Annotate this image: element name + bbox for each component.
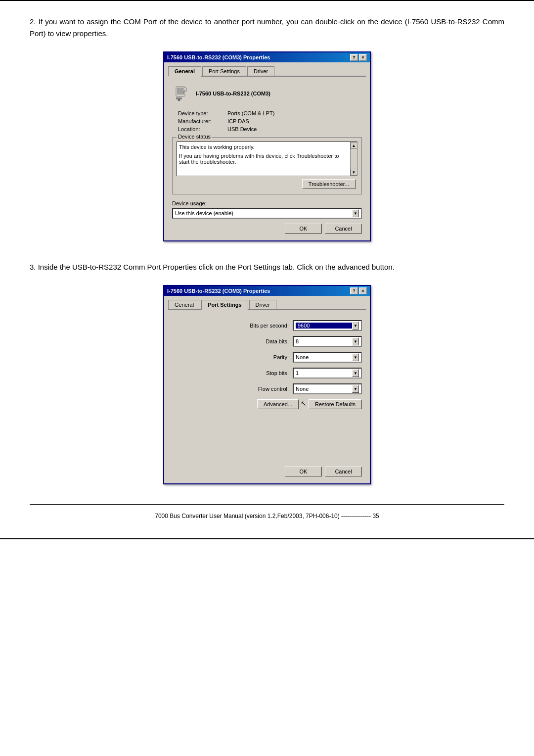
prop-device-type-label: Device type: [178,110,227,116]
stop-bits-dropdown[interactable]: 1 ▼ [293,368,362,378]
advanced-row: Advanced... ↖ Restore Defaults [172,399,362,409]
stop-bits-value: 1 [296,370,352,376]
prop-manufacturer-value: ICP DAS [227,118,249,124]
flow-control-row: Flow control: None ▼ [172,383,362,394]
status-line1: This device is working properly. [179,144,355,150]
dialog2-container: I-7560 USB-to-RS232 (COM3) Properties ? … [30,285,504,484]
status-line2: If you are having problems with this dev… [179,153,355,165]
data-bits-dropdown[interactable]: 8 ▼ [293,336,362,347]
prop-device-type: Device type: Ports (COM & LPT) [168,109,366,117]
bits-per-second-dropdown[interactable]: 9600 ▼ [293,320,362,331]
prop-manufacturer-label: Manufacturer: [178,118,227,124]
troubleshooter-row: Troubleshooter... [175,176,359,192]
restore-defaults-button[interactable]: Restore Defaults [309,399,362,409]
dialog2-title: I-7560 USB-to-RS232 (COM3) Properties [167,288,270,294]
dialog2-titlebar: I-7560 USB-to-RS232 (COM3) Properties ? … [164,286,370,296]
dialog1-body: General Port Settings Driver [164,62,370,240]
dialog1-title: I-7560 USB-to-RS232 (COM3) Properties [167,54,270,60]
bits-per-second-label: Bits per second: [239,323,289,329]
data-bits-value: 8 [296,338,352,344]
stop-bits-row: Stop bits: 1 ▼ [172,368,362,378]
scroll-up-arrow[interactable]: ▲ [351,142,357,149]
bits-per-second-row: Bits per second: 9600 ▼ [172,320,362,331]
dialog1-properties: Device type: Ports (COM & LPT) Manufactu… [168,109,366,133]
dialog2-spacer [168,424,366,464]
prop-location-label: Location: [178,126,227,132]
dialog2-help-button[interactable]: ? [350,287,358,294]
dialog1-container: I-7560 USB-to-RS232 (COM3) Properties ? … [30,51,504,241]
device-icon-svg [174,86,190,101]
stop-bits-arrow[interactable]: ▼ [352,369,359,377]
device-usage-section: Device usage: Use this device (enable) ▼ [168,198,366,221]
dialog1-tab-driver[interactable]: Driver [247,66,274,76]
parity-label: Parity: [239,354,289,360]
device-status-group: Device status This device is working pro… [172,137,362,194]
flow-control-label: Flow control: [239,386,289,392]
dialog2-titlebar-buttons: ? × [350,287,367,294]
flow-control-value: None [296,386,352,392]
parity-value: None [296,354,352,360]
advanced-button[interactable]: Advanced... [257,399,299,409]
bits-per-second-arrow[interactable]: ▼ [352,322,359,330]
dialog1-device-name: I-7560 USB-to-RS232 (COM3) [196,91,270,96]
device-usage-arrow[interactable]: ▼ [352,209,359,217]
troubleshooter-button[interactable]: Troubleshooter... [302,179,356,189]
prop-location: Location: USB Device [168,125,366,133]
page-footer: 7000 Bus Converter User Manual (version … [30,504,504,523]
dialog2-ok-button[interactable]: OK [285,467,322,476]
prop-device-type-value: Ports (COM & LPT) [227,110,274,116]
dialog1-footer: OK Cancel [168,221,366,236]
dialog1-titlebar-buttons: ? × [350,54,367,61]
status-box-wrapper: This device is working properly. If you … [175,142,359,176]
dialog2-tab-driver[interactable]: Driver [249,300,276,309]
bits-per-second-value: 9600 [296,323,352,329]
dialog1-ok-button[interactable]: OK [285,224,322,234]
dialog2-cancel-button[interactable]: Cancel [325,467,362,476]
dialog1-help-button[interactable]: ? [350,54,358,61]
data-bits-label: Data bits: [239,338,289,344]
dialog1-cancel-button[interactable]: Cancel [325,224,362,234]
step-3-text: 3. Inside the USB-to-RS232 Comm Port Pro… [30,261,504,273]
data-bits-arrow[interactable]: ▼ [352,337,359,345]
step-number: 2. [30,17,36,26]
cursor-icon: ↖ [301,399,307,407]
flow-control-dropdown[interactable]: None ▼ [293,383,362,394]
scroll-down-arrow[interactable]: ▼ [351,169,357,176]
dialog1-tab-general[interactable]: General [168,66,201,77]
parity-dropdown[interactable]: None ▼ [293,352,362,363]
svg-rect-2 [176,97,182,99]
dialog1-tab-port-settings[interactable]: Port Settings [202,66,246,76]
dialog2-tab-strip: General Port Settings Driver [168,300,366,310]
dialog2-body: General Port Settings Driver Bits per se… [164,296,370,483]
step-3: 3. Inside the USB-to-RS232 Comm Port Pro… [30,261,504,484]
dialog1: I-7560 USB-to-RS232 (COM3) Properties ? … [163,51,371,241]
dialog1-close-button[interactable]: × [359,54,367,61]
flow-control-arrow[interactable]: ▼ [352,385,359,393]
dialog2-tab-port-settings[interactable]: Port Settings [201,300,248,310]
device-status-label: Device status [177,134,212,140]
dialog1-titlebar: I-7560 USB-to-RS232 (COM3) Properties ? … [164,52,370,62]
status-scrollbar[interactable]: ▲ ▼ [350,142,357,176]
prop-manufacturer: Manufacturer: ICP DAS [168,117,366,125]
device-usage-dropdown[interactable]: Use this device (enable) ▼ [172,208,362,219]
data-bits-row: Data bits: 8 ▼ [172,336,362,347]
step-2: 2. If you want to assign the COM Port of… [30,16,504,241]
dialog2-footer: OK Cancel [168,464,366,479]
dialog1-tab-strip: General Port Settings Driver [168,66,366,77]
device-icon [174,86,190,101]
device-usage-label: Device usage: [172,200,362,206]
parity-arrow[interactable]: ▼ [352,353,359,361]
dialog2-tab-general[interactable]: General [168,300,200,309]
page: 2. If you want to assign the COM Port of… [0,0,534,539]
step3-number: 3. [30,263,36,271]
prop-location-value: USB Device [227,126,257,132]
step-2-text: 2. If you want to assign the COM Port of… [30,16,504,40]
dialog2-close-button[interactable]: × [359,287,367,294]
dialog2: I-7560 USB-to-RS232 (COM3) Properties ? … [163,285,371,484]
port-settings-form: Bits per second: 9600 ▼ Data bits: 8 [168,315,366,424]
stop-bits-label: Stop bits: [239,370,289,376]
dialog1-device-row: I-7560 USB-to-RS232 (COM3) [168,82,366,105]
svg-rect-1 [177,88,184,94]
device-usage-value: Use this device (enable) [175,210,352,216]
svg-rect-3 [178,99,180,101]
